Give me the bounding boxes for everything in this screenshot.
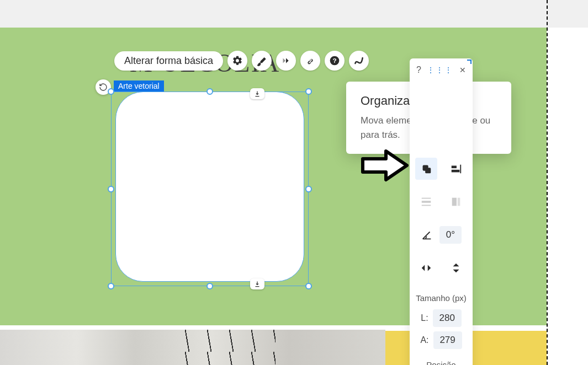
- layers-button[interactable]: [445, 191, 467, 213]
- svg-rect-6: [460, 165, 461, 174]
- help-circle-icon: ?: [329, 55, 340, 66]
- help-button[interactable]: ?: [325, 51, 345, 71]
- panel-help-button[interactable]: ?: [416, 65, 421, 75]
- flip-v-icon: [450, 261, 462, 275]
- animation-button[interactable]: [276, 51, 296, 71]
- resize-handle[interactable]: [108, 186, 114, 192]
- settings-button[interactable]: [227, 51, 247, 71]
- resize-handle[interactable]: [206, 283, 213, 289]
- align-button[interactable]: [445, 158, 467, 180]
- resize-handle[interactable]: [108, 283, 114, 289]
- height-input[interactable]: 279: [433, 331, 462, 349]
- width-label: L:: [421, 313, 428, 323]
- resize-handle[interactable]: [206, 88, 213, 95]
- selected-shape[interactable]: Arte vetorial: [111, 87, 309, 286]
- gear-icon: [232, 55, 243, 66]
- arrange-button[interactable]: [415, 158, 437, 180]
- svg-rect-3: [425, 168, 431, 173]
- edge-download-bottom[interactable]: [250, 278, 264, 289]
- height-label: A:: [420, 335, 428, 345]
- top-bar: [0, 0, 588, 28]
- svg-rect-9: [422, 205, 431, 206]
- download-icon: [254, 281, 261, 287]
- angle-icon: [421, 229, 433, 241]
- svg-rect-4: [452, 166, 457, 169]
- distribute-button[interactable]: [415, 191, 437, 213]
- svg-rect-11: [458, 198, 460, 206]
- position-section-title: Posição: [426, 360, 455, 365]
- download-icon: [254, 90, 261, 97]
- motion-icon: [280, 55, 292, 67]
- distribute-icon: [420, 196, 432, 208]
- vector-shape[interactable]: [115, 92, 304, 282]
- flip-horizontal-button[interactable]: [415, 257, 437, 279]
- edge-download-top[interactable]: [250, 88, 264, 99]
- svg-text:?: ?: [333, 57, 337, 64]
- flip-vertical-button[interactable]: [445, 257, 467, 279]
- resize-handle[interactable]: [305, 283, 312, 289]
- link-icon: [305, 55, 316, 66]
- width-input[interactable]: 280: [433, 309, 462, 327]
- svg-rect-5: [452, 170, 460, 173]
- resize-handle[interactable]: [305, 88, 312, 95]
- resize-handle[interactable]: [305, 186, 312, 192]
- svg-rect-10: [452, 198, 457, 206]
- svg-rect-7: [422, 201, 431, 203]
- change-shape-button[interactable]: Alterar forma básica: [114, 51, 223, 71]
- instruction-arrow: [360, 149, 410, 182]
- arrange-icon: [420, 163, 432, 175]
- design-panel: ? ⋮⋮⋮ ✕ 0° Tamanho (px) L:: [410, 58, 473, 365]
- resize-handle[interactable]: [108, 88, 114, 95]
- canvas-photo-strip: [0, 330, 385, 365]
- align-icon: [450, 163, 462, 175]
- svg-rect-8: [422, 198, 431, 199]
- selection-type-tag: Arte vetorial: [114, 80, 164, 92]
- layers-icon: [450, 196, 462, 208]
- floating-toolbar: Alterar forma básica ?: [114, 51, 369, 71]
- curve-icon: [353, 55, 364, 66]
- path-button[interactable]: [349, 51, 369, 71]
- page-boundary-guide: [547, 0, 548, 365]
- link-button[interactable]: [300, 51, 320, 71]
- panel-close-button[interactable]: ✕: [459, 66, 466, 74]
- flip-h-icon: [420, 262, 433, 274]
- size-section-title: Tamanho (px): [416, 293, 467, 303]
- rotate-icon: [99, 83, 108, 92]
- brush-button[interactable]: [252, 51, 272, 71]
- brush-icon: [256, 55, 267, 66]
- rotation-input[interactable]: 0°: [439, 226, 462, 244]
- drag-grip-icon[interactable]: ⋮⋮⋮: [427, 66, 453, 74]
